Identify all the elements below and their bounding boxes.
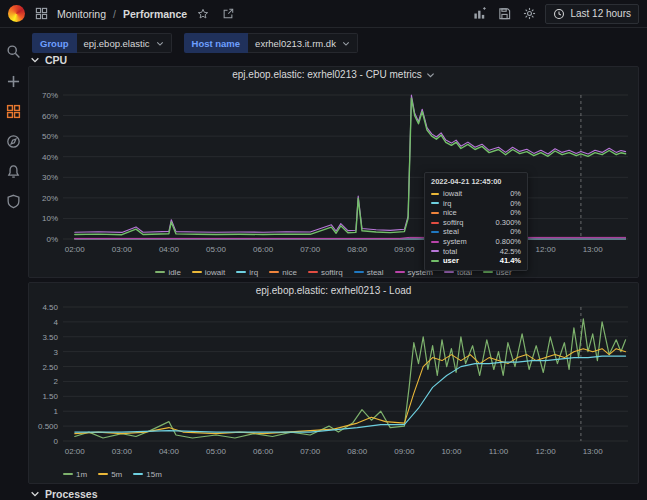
dashboards-grid-icon[interactable] — [4, 102, 22, 120]
legend-item-irq[interactable]: irq — [236, 268, 258, 277]
tooltip-timestamp: 2022-04-21 12:45:00 — [431, 177, 521, 186]
top-nav: Monitoring / Performance — [0, 0, 647, 28]
variable-host-label: Host name — [184, 33, 249, 53]
add-panel-icon[interactable] — [470, 5, 488, 23]
legend-item-softirq[interactable]: softirq — [308, 268, 343, 277]
legend-item-15m[interactable]: 15m — [133, 470, 162, 479]
row-header-processes[interactable]: Processes — [30, 488, 98, 500]
legend-swatch — [236, 271, 246, 273]
create-plus-icon[interactable] — [4, 72, 22, 90]
tooltip-series-value: 0.800% — [496, 237, 521, 247]
tooltip-row-system: system0.800% — [431, 237, 521, 247]
legend-swatch — [483, 271, 493, 273]
legend-item-nice[interactable]: nice — [269, 268, 297, 277]
svg-text:1: 1 — [54, 407, 59, 416]
clock-icon — [553, 8, 565, 20]
explore-compass-icon[interactable] — [4, 132, 22, 150]
variable-host: Host name exrhel0213.it.rm.dk — [184, 33, 358, 53]
row-header-cpu[interactable]: CPU — [30, 54, 67, 66]
tooltip-row-user: user41.4% — [431, 256, 521, 266]
legend-swatch — [98, 473, 108, 475]
svg-text:12:00: 12:00 — [536, 447, 557, 456]
panel-load-title[interactable]: epj.ebop.elastic: exrhel0213 - Load — [29, 283, 638, 299]
tooltip-series-name: steal — [443, 227, 506, 237]
legend-swatch — [444, 271, 454, 273]
legend-swatch — [192, 271, 202, 273]
load-chart[interactable]: 00.50011.5022.5033.5044.5002:0003:0004:0… — [31, 299, 636, 465]
svg-text:4.50: 4.50 — [42, 303, 58, 312]
variable-group-value: epj.ebop.elastic — [84, 38, 150, 49]
svg-text:4: 4 — [54, 318, 59, 327]
share-icon[interactable] — [219, 5, 237, 23]
breadcrumb-separator: / — [113, 8, 116, 20]
legend-label: softirq — [321, 268, 343, 277]
tooltip-series-value: 0% — [510, 227, 521, 237]
svg-text:2: 2 — [54, 377, 59, 386]
tooltip-series-value: 0% — [510, 189, 521, 199]
tooltip-swatch — [431, 212, 439, 214]
tooltip-series-name: softirq — [443, 218, 492, 228]
chevron-down-icon — [30, 55, 40, 65]
svg-text:06:00: 06:00 — [253, 447, 274, 456]
tooltip-series-value: 42.5% — [500, 247, 521, 257]
tooltip-series-name: iowait — [443, 189, 506, 199]
legend-item-idle[interactable]: idle — [155, 268, 180, 277]
svg-text:02:00: 02:00 — [65, 447, 86, 456]
svg-text:05:00: 05:00 — [206, 245, 227, 254]
grafana-logo-icon[interactable] — [8, 5, 25, 22]
tooltip-swatch — [431, 222, 439, 224]
svg-text:3: 3 — [54, 348, 59, 357]
legend-label: 1m — [76, 470, 87, 479]
svg-text:0%: 0% — [46, 235, 58, 244]
svg-text:13:00: 13:00 — [583, 447, 604, 456]
svg-text:08:00: 08:00 — [347, 245, 368, 254]
svg-text:1.50: 1.50 — [42, 392, 58, 401]
dashboard-settings-gear-icon[interactable] — [520, 5, 538, 23]
tooltip-series-name: total — [443, 247, 496, 257]
variable-group-label: Group — [32, 33, 77, 53]
svg-text:60%: 60% — [42, 112, 58, 121]
search-icon[interactable] — [4, 42, 22, 60]
legend-label: nice — [282, 268, 297, 277]
svg-text:09:00: 09:00 — [394, 447, 415, 456]
tooltip-row-iowait: iowait0% — [431, 189, 521, 199]
legend-label: iowait — [205, 268, 225, 277]
tooltip-swatch — [431, 193, 439, 195]
svg-text:3.50: 3.50 — [42, 333, 58, 342]
variable-host-dropdown[interactable]: exrhel0213.it.rm.dk — [248, 33, 358, 53]
cpu-metrics-chart[interactable]: 0%10%20%30%40%50%60%70%02:0003:0004:0005… — [31, 83, 636, 265]
legend-item-5m[interactable]: 5m — [98, 470, 122, 479]
alerting-bell-icon[interactable] — [4, 162, 22, 180]
svg-text:03:00: 03:00 — [112, 245, 133, 254]
variable-group-dropdown[interactable]: epj.ebop.elastic — [77, 33, 172, 53]
legend-swatch — [354, 271, 364, 273]
tooltip-swatch — [431, 260, 439, 262]
save-dashboard-icon[interactable] — [495, 5, 513, 23]
tooltip-row-nice: nice0% — [431, 208, 521, 218]
favorite-star-icon[interactable] — [194, 5, 212, 23]
admin-shield-icon[interactable] — [4, 192, 22, 210]
tooltip-series-name: system — [443, 237, 492, 247]
time-range-picker[interactable]: Last 12 hours — [545, 4, 639, 24]
legend-label: idle — [168, 268, 180, 277]
svg-text:20%: 20% — [42, 194, 58, 203]
tooltip-row-irq: irq0% — [431, 199, 521, 209]
breadcrumb-page[interactable]: Performance — [123, 8, 187, 20]
panel-cpu-metrics-title[interactable]: epj.ebop.elastic: exrhel0213 - CPU metri… — [29, 67, 638, 83]
chart-tooltip: 2022-04-21 12:45:00 iowait0%irq0%nice0%s… — [424, 172, 528, 271]
row-title-cpu: CPU — [45, 54, 67, 66]
legend-item-1m[interactable]: 1m — [63, 470, 87, 479]
breadcrumb-section[interactable]: Monitoring — [57, 8, 106, 20]
svg-text:11:00: 11:00 — [489, 447, 509, 456]
dashboard-variables: Group epj.ebop.elastic Host name exrhel0… — [32, 33, 358, 53]
sidebar — [0, 28, 26, 500]
tooltip-swatch — [431, 202, 439, 204]
svg-text:09:00: 09:00 — [394, 245, 415, 254]
legend-item-iowait[interactable]: iowait — [192, 268, 225, 277]
load-legend: 1m5m15m — [29, 467, 638, 481]
tooltip-series-name: nice — [443, 208, 506, 218]
legend-item-steal[interactable]: steal — [354, 268, 384, 277]
legend-swatch — [395, 271, 405, 273]
legend-label: 15m — [146, 470, 162, 479]
legend-swatch — [308, 271, 318, 273]
